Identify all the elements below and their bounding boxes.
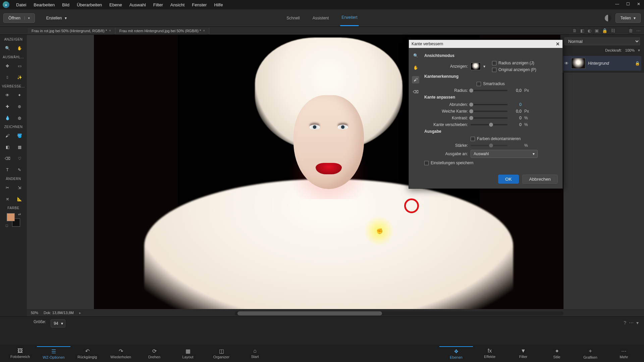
lasso-tool[interactable]: 𓍯 (3, 73, 12, 82)
menu-select[interactable]: Auswahl (126, 1, 149, 9)
chevron-down-icon[interactable]: ▾ (638, 48, 640, 53)
chevron-down-icon[interactable]: ▾ (483, 64, 485, 69)
smooth-slider[interactable] (471, 104, 507, 105)
window-maximize-button[interactable]: ☐ (623, 0, 633, 8)
chevron-down-icon[interactable]: ▾ (24, 16, 30, 20)
group-icon[interactable]: ◧ (580, 28, 584, 33)
mode-guided[interactable]: Assistent (311, 10, 330, 26)
share-button[interactable]: Teilen ▾ (615, 13, 641, 23)
create-button[interactable]: Erstellen ▾ (42, 14, 71, 22)
brush-tool[interactable]: 🖌 (3, 131, 12, 140)
taskbar-undo[interactable]: ↶Rückgängig (70, 347, 104, 360)
erase-refine-icon[interactable]: ⌫ (412, 88, 419, 96)
crop-tool[interactable]: ✂ (3, 183, 12, 192)
more-icon[interactable]: ⋯ (636, 28, 641, 33)
taskbar-effects[interactable]: fxEffekte (473, 347, 506, 360)
menu-enhance[interactable]: Überarbeiten (73, 1, 105, 9)
taskbar-rotate[interactable]: ⟳Drehen (138, 347, 171, 360)
collapse-icon[interactable]: ▾ (636, 320, 639, 325)
hand-tool[interactable]: ✋ (15, 44, 24, 53)
menu-image[interactable]: Bild (59, 1, 73, 9)
menu-layer[interactable]: Ebene (106, 1, 125, 9)
shift-slider[interactable] (471, 124, 507, 125)
lock-icon[interactable]: 🔒 (602, 28, 607, 33)
taskbar-filters[interactable]: ▼Filter (506, 347, 540, 360)
bucket-tool[interactable]: 🪣 (15, 131, 24, 140)
blur-tool[interactable]: 💧 (3, 114, 12, 122)
amount-slider[interactable] (471, 145, 507, 146)
ok-button[interactable]: OK (498, 175, 519, 184)
blend-mode-dropdown[interactable]: Normal (565, 38, 640, 45)
close-icon[interactable]: × (203, 29, 205, 33)
feather-value[interactable]: 0,0 (510, 109, 522, 114)
shift-value[interactable]: 0 (510, 122, 522, 127)
smart-radius-checkbox[interactable]: Smartradius (477, 81, 505, 86)
document-tab[interactable]: Frau in rot.jpg bei 50% (Hintergrund, RG… (28, 28, 115, 34)
healing-tool[interactable]: ✚ (3, 102, 12, 111)
lock-icon[interactable]: 🔒 (635, 61, 640, 66)
sponge-tool[interactable]: ◍ (15, 114, 24, 122)
foreground-color[interactable] (7, 213, 15, 221)
eraser-tool[interactable]: ⌫ (3, 154, 12, 163)
contrast-slider[interactable] (471, 117, 507, 119)
contrast-value[interactable]: 0 (510, 116, 522, 120)
clone-tool[interactable]: ⊛ (15, 102, 24, 111)
reset-colors-icon[interactable]: ◻ (5, 224, 8, 227)
horizontal-scrollbar[interactable] (235, 311, 564, 315)
menu-filter[interactable]: Filter (150, 1, 166, 9)
move-tool[interactable]: ✥ (3, 62, 12, 70)
feather-slider[interactable] (471, 111, 507, 112)
mask-icon[interactable]: ▣ (595, 28, 599, 33)
straighten-tool[interactable]: 📐 (15, 195, 24, 203)
menu-edit[interactable]: Bearbeiten (30, 1, 58, 9)
taskbar-graphics[interactable]: ＋Grafiken (574, 346, 607, 361)
zoom-tool-icon[interactable]: 🔍 (412, 52, 419, 59)
marquee-tool[interactable]: ▭ (15, 62, 24, 70)
view-thumbnail[interactable] (471, 63, 481, 70)
layer-thumbnail[interactable] (571, 58, 585, 69)
recompose-tool[interactable]: ⇲ (15, 183, 24, 192)
taskbar-tooloptions[interactable]: ☰WZ-Optionen (37, 346, 70, 361)
shape-tool[interactable]: ♡ (15, 154, 24, 163)
help-icon[interactable]: ? (624, 320, 626, 325)
output-to-dropdown[interactable]: Auswahl ▾ (471, 150, 538, 158)
eye-icon[interactable]: 👁 (565, 61, 569, 66)
mode-expert[interactable]: Erweitert (340, 10, 359, 26)
scrollbar-thumb[interactable] (237, 311, 382, 315)
refine-brush-icon[interactable]: 🖌 (412, 76, 419, 83)
shuffle-tool[interactable]: ⤨ (3, 195, 12, 203)
pattern-tool[interactable]: ▦ (15, 143, 24, 152)
theme-toggle[interactable] (605, 15, 611, 21)
adjust-icon[interactable]: ◐ (588, 28, 591, 33)
radius-value[interactable]: 0,0 (510, 88, 522, 93)
gradient-tool[interactable]: ◧ (3, 143, 12, 152)
menu-file[interactable]: Datei (13, 1, 30, 9)
taskbar-layers[interactable]: ❖Ebenen (439, 346, 473, 361)
wand-tool[interactable]: ✨ (15, 73, 24, 82)
close-icon[interactable]: × (109, 29, 111, 33)
zoom-tool[interactable]: 🔍 (3, 44, 12, 53)
show-original-checkbox[interactable]: Original anzeigen (P) (492, 67, 536, 72)
smooth-value[interactable]: 0 (510, 102, 522, 107)
swap-colors-icon[interactable]: ⇄ (18, 213, 21, 216)
window-minimize-button[interactable]: — (612, 0, 623, 8)
layer-row[interactable]: 👁 Hintergrund 🔒 (563, 56, 641, 71)
document-tab[interactable]: Frau mit rotem Hintergrund.jpg bei 50% (… (115, 28, 209, 34)
text-tool[interactable]: T (3, 166, 12, 174)
new-layer-icon[interactable]: 🗎 (573, 28, 577, 33)
taskbar-organizer[interactable]: ◫Organizer (205, 347, 238, 360)
cancel-button[interactable]: Abbrechen (522, 175, 558, 184)
taskbar-redo[interactable]: ↷Wiederholen (104, 347, 138, 360)
pencil-tool[interactable]: ✎ (15, 166, 24, 174)
menu-view[interactable]: Ansicht (167, 1, 188, 9)
menu-help[interactable]: Hilfe (211, 1, 226, 9)
taskbar-more[interactable]: ⋯Mehr (607, 347, 641, 360)
dialog-titlebar[interactable]: Kante verbessern ✕ (409, 40, 562, 48)
taskbar-photobin[interactable]: 🖼Fotobereich (3, 347, 37, 360)
remember-settings-checkbox[interactable]: Einstellungen speichern (424, 161, 473, 165)
link-icon[interactable]: ⛓ (611, 28, 615, 33)
taskbar-layout[interactable]: ▦Layout (171, 347, 205, 360)
more-icon[interactable]: ⋯ (629, 320, 634, 325)
taskbar-styles[interactable]: ✦Stile (540, 347, 574, 360)
redeye-tool[interactable]: 👁 (3, 91, 12, 100)
